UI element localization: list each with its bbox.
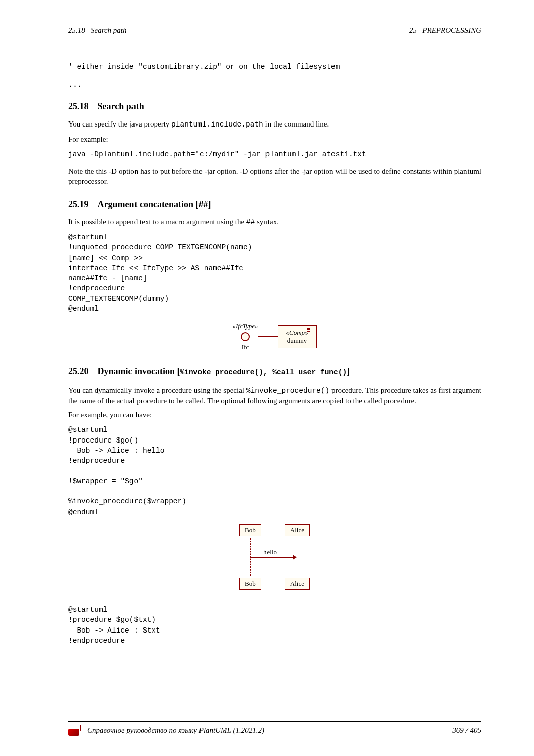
paragraph: Note the this -D option has to put befor… (68, 166, 481, 187)
message-arrow-icon (250, 557, 296, 558)
comp-stereotype: «Comp» (285, 329, 309, 337)
interface-circle-icon (241, 332, 250, 341)
plantuml-logo-icon (68, 725, 82, 736)
ellipsis: ... (68, 81, 481, 89)
code-block: @startuml !procedure $go() Bob -> Alice … (68, 425, 481, 517)
header-chapter-title: PREPROCESSING (422, 26, 481, 34)
component-icon (308, 328, 314, 332)
connector-line (258, 336, 278, 337)
participant-alice: Alice (285, 578, 310, 590)
header-chapter-num: 25 (409, 26, 417, 34)
section-num: 25.20 (68, 366, 89, 376)
component-diagram: «IfcType» Ifc «Comp» dummy (68, 322, 481, 351)
footer-text: Справочное руководство по языку PlantUML… (87, 726, 264, 735)
component-box: «Comp» dummy (278, 325, 317, 348)
paragraph: It is possible to append text to a macro… (68, 217, 481, 227)
paragraph: You can specify the java property plantu… (68, 119, 481, 130)
intro-code: ' either inside "customLibrary.zip" or o… (68, 61, 481, 72)
section-text: Argument concatenation [##] (98, 199, 211, 209)
ifc-name: Ifc (242, 343, 249, 351)
section-num: 25.18 (68, 101, 89, 111)
participant-bob: Bob (239, 578, 261, 590)
message-label: hello (263, 548, 277, 556)
section-25-20-title: 25.20Dynamic invocation [%invoke_procedu… (68, 366, 481, 377)
participant-bob: Bob (239, 524, 261, 536)
section-25-19-title: 25.19Argument concatenation [##] (68, 199, 481, 210)
header-section-title: Search path (91, 26, 127, 34)
section-num: 25.19 (68, 199, 89, 209)
section-text: Search path (98, 101, 144, 111)
paragraph: You can dynamically invoke a procedure u… (68, 385, 481, 406)
header-section-num: 25.18 (68, 26, 85, 34)
sequence-diagram: Bob Alice hello Bob Alice (68, 524, 481, 590)
code-block: @startuml !unquoted procedure COMP_TEXTG… (68, 232, 481, 314)
code-block: java -Dplantuml.include.path="c:/mydir" … (68, 149, 481, 159)
paragraph: For example, you can have: (68, 410, 481, 420)
page-footer: Справочное руководство по языку PlantUML… (68, 721, 481, 736)
page-number: 369 / 405 (452, 726, 481, 735)
ifc-stereotype: «IfcType» (232, 322, 258, 330)
comp-name: dummy (285, 337, 309, 345)
section-25-18-title: 25.18Search path (68, 101, 481, 112)
page-header: 25.18 Search path 25 PREPROCESSING (68, 26, 481, 36)
code-block: @startuml !procedure $go($txt) Bob -> Al… (68, 605, 481, 646)
participant-alice: Alice (285, 524, 310, 536)
paragraph: For example: (68, 134, 481, 144)
